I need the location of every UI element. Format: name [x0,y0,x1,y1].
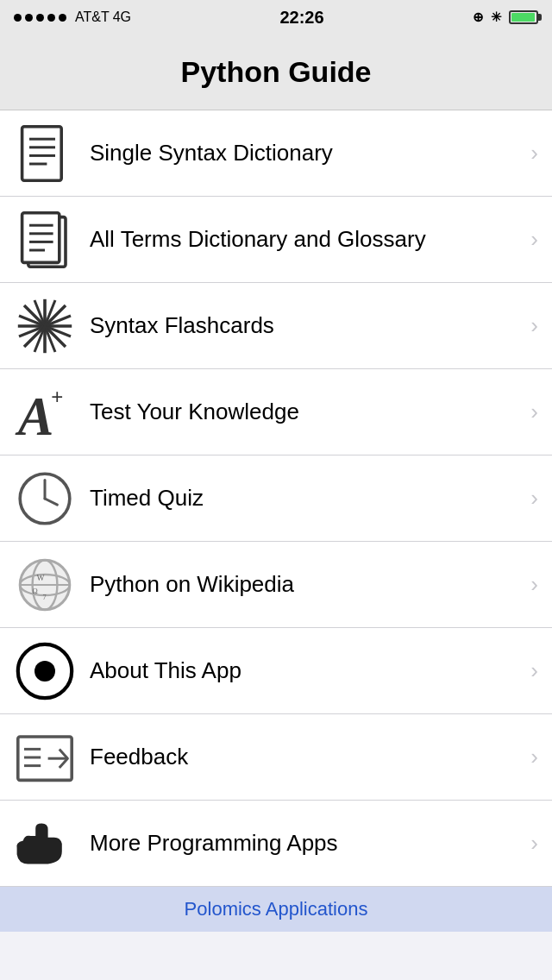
signal-dot-2 [25,14,33,22]
svg-line-23 [45,499,57,505]
chevron-all-terms: › [530,226,538,253]
menu-list: Single Syntax Dictionary › All Terms Dic… [0,110,552,887]
status-left: AT&T 4G [14,9,131,25]
signal-dot-1 [14,14,22,22]
globe-icon: W Ω 7 [14,554,76,616]
menu-item-wikipedia[interactable]: W Ω 7 Python on Wikipedia › [0,542,552,628]
menu-item-single-syntax-label: Single Syntax Dictionary [90,139,524,168]
menu-item-flashcards[interactable]: Syntax Flashcards › [0,283,552,369]
signal-dot-5 [59,14,66,22]
feedback-icon [14,726,76,788]
document-single-icon [14,122,76,185]
starburst-icon [14,295,76,357]
svg-point-32 [34,661,55,682]
svg-rect-6 [22,212,60,262]
hand-icon [14,813,76,875]
battery-fill [511,13,535,22]
chevron-wikipedia: › [530,571,538,598]
grade-icon: A + [14,381,76,443]
menu-item-timed-quiz-label: Timed Quiz [90,484,524,513]
status-bar: AT&T 4G 22:26 ⊕ ✳ [0,0,552,35]
menu-item-knowledge[interactable]: A + Test Your Knowledge › [0,369,552,455]
chevron-more-apps: › [530,830,538,857]
menu-item-about-label: About This App [90,656,524,686]
page-title: Python Guide [181,55,372,89]
network-label: 4G [113,9,131,25]
svg-text:+: + [51,385,63,408]
menu-item-timed-quiz[interactable]: Timed Quiz › [0,455,552,542]
menu-item-all-terms-label: All Terms Dictionary and Glossary [90,225,524,254]
svg-text:A: A [15,386,54,443]
navigation-bar: Python Guide [0,35,552,110]
svg-rect-0 [22,126,62,179]
svg-text:W: W [36,573,45,582]
chevron-flashcards: › [530,312,538,339]
chevron-timed-quiz: › [530,485,538,512]
chevron-feedback: › [530,744,538,770]
menu-item-all-terms[interactable]: All Terms Dictionary and Glossary › [0,197,552,283]
document-multi-icon [14,209,76,271]
menu-item-knowledge-label: Test Your Knowledge [90,398,524,427]
svg-text:7: 7 [43,593,47,600]
menu-item-feedback-label: Feedback [90,743,524,772]
signal-dot-4 [47,14,55,22]
menu-item-single-syntax[interactable]: Single Syntax Dictionary › [0,110,552,197]
lock-icon: ⊕ [473,9,484,25]
menu-item-more-apps-label: More Programming Apps [90,829,524,858]
bottom-banner[interactable]: Polomics Applications [0,887,552,932]
status-time: 22:26 [279,8,323,28]
menu-item-feedback[interactable]: Feedback › [0,714,552,801]
chevron-knowledge: › [530,399,538,425]
bluetooth-icon: ✳ [491,9,502,25]
signal-dot-3 [36,14,44,22]
clock-icon [14,468,76,530]
battery-icon [509,10,538,24]
menu-item-more-apps[interactable]: More Programming Apps › [0,801,552,887]
menu-item-flashcards-label: Syntax Flashcards [90,311,524,341]
status-right: ⊕ ✳ [473,9,538,25]
bottom-banner-text: Polomics Applications [185,898,368,920]
chevron-single-syntax: › [530,140,538,166]
target-icon [14,640,76,702]
menu-item-about[interactable]: About This App › [0,628,552,714]
carrier-label: AT&T [75,9,110,25]
chevron-about: › [530,657,538,684]
menu-item-wikipedia-label: Python on Wikipedia [90,570,524,600]
svg-text:Ω: Ω [33,587,38,594]
